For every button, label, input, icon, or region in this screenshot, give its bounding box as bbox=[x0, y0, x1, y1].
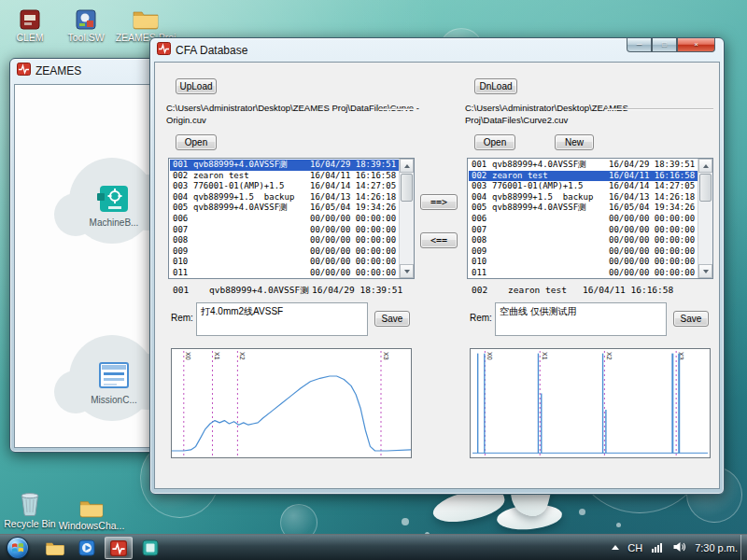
folder-icon bbox=[78, 494, 105, 518]
list-row[interactable]: 003776001-01(AMP)+1.516/04/14 14:27:05 bbox=[469, 181, 698, 192]
cfa-titlebar[interactable]: CFA Database bbox=[157, 42, 247, 59]
list-row[interactable]: 001qvb88999+4.0AVSSF测16/04/29 18:39:51 bbox=[170, 160, 399, 171]
desktop-icon-windowscha[interactable]: WindowsCha... bbox=[62, 494, 121, 531]
machine-node-icon[interactable] bbox=[97, 184, 131, 217]
clock[interactable]: 7:30 p.m. bbox=[695, 542, 738, 553]
row-datetime: 00/00/00 00:00:00 bbox=[609, 257, 698, 268]
desktop-icon-toolsw[interactable]: Tool.SW bbox=[56, 6, 116, 43]
list-row[interactable]: 002zearon test16/04/11 16:16:58 bbox=[469, 171, 698, 182]
scroll-down-icon bbox=[703, 270, 709, 273]
curve-chart-right: X0X1X2X3 bbox=[470, 348, 711, 458]
list-row[interactable]: 004qvb88999+1.5 backup16/04/13 14:26:18 bbox=[170, 192, 399, 203]
rem-input-left[interactable]: 打4.0mm2线AVSSF bbox=[196, 302, 368, 336]
scroll-down-button[interactable] bbox=[698, 264, 712, 278]
node-watermark bbox=[54, 193, 97, 236]
row-num: 009 bbox=[469, 246, 492, 258]
open-target-button[interactable]: Open bbox=[474, 134, 515, 150]
wallpaper-bubble bbox=[616, 523, 621, 527]
list-row[interactable]: 00700/00/00 00:00:00 bbox=[469, 225, 698, 236]
desktop-icon-recycle-bin[interactable]: Recycle Bin bbox=[0, 492, 60, 529]
upload-button[interactable]: UpLoad bbox=[176, 78, 217, 94]
scroll-track[interactable] bbox=[698, 203, 712, 264]
desktop-icon-clem[interactable]: CLEM bbox=[0, 6, 60, 43]
show-desktop-button[interactable] bbox=[740, 535, 747, 560]
list-row[interactable]: 00800/00/00 00:00:00 bbox=[469, 235, 698, 246]
target-path-label: C:\Users\Administrator\Desktop\ZEAMES Pr… bbox=[465, 103, 628, 126]
list-row[interactable]: 01100/00/00 00:00:00 bbox=[170, 268, 399, 277]
row-datetime: 00/00/00 00:00:00 bbox=[609, 225, 698, 236]
row-datetime: 00/00/00 00:00:00 bbox=[609, 246, 698, 258]
list-row[interactable]: 00600/00/00 00:00:00 bbox=[170, 214, 399, 225]
list-row[interactable]: 004qvb88999+1.5 backup16/04/13 14:26:18 bbox=[469, 192, 698, 203]
explorer-folder-icon bbox=[45, 539, 65, 556]
row-num: 010 bbox=[170, 257, 193, 268]
row-datetime: 00/00/00 00:00:00 bbox=[310, 246, 399, 258]
new-button[interactable]: New bbox=[555, 134, 594, 150]
list-row[interactable]: 002zearon test16/04/11 16:16:58 bbox=[170, 171, 399, 182]
copy-to-left-button[interactable]: <== bbox=[420, 232, 458, 248]
node-label[interactable]: MissionC... bbox=[69, 395, 159, 405]
wallpaper-bubble bbox=[579, 509, 585, 515]
node-label[interactable]: MachineB... bbox=[69, 217, 159, 228]
list-row[interactable]: 01000/00/00 00:00:00 bbox=[170, 257, 399, 268]
start-button[interactable] bbox=[7, 537, 29, 559]
row-num: 009 bbox=[170, 246, 193, 258]
row-name bbox=[193, 225, 310, 236]
scroll-down-button[interactable] bbox=[400, 264, 414, 278]
list-row[interactable]: 005qvb88999+4.0AVSSF测16/05/04 19:34:26 bbox=[469, 203, 698, 214]
minimize-button[interactable]: ─ bbox=[627, 38, 652, 52]
row-datetime: 16/04/29 18:39:51 bbox=[310, 160, 399, 171]
maximize-button[interactable]: □ bbox=[652, 38, 677, 52]
list-row[interactable]: 00800/00/00 00:00:00 bbox=[170, 235, 399, 246]
row-datetime: 16/04/13 14:26:18 bbox=[310, 192, 399, 203]
taskbar-media-app-button[interactable] bbox=[73, 537, 101, 559]
taskbar-explorer-button[interactable] bbox=[41, 537, 69, 559]
curve-list-right[interactable]: 001qvb88999+4.0AVSSF测16/04/29 18:39:5100… bbox=[467, 158, 713, 279]
list-row[interactable]: 005qvb88999+4.0AVSSF测16/05/04 19:34:26 bbox=[170, 203, 399, 214]
row-name bbox=[492, 257, 609, 268]
scroll-track[interactable] bbox=[400, 203, 414, 264]
list-row[interactable]: 00900/00/00 00:00:00 bbox=[469, 246, 698, 258]
close-button[interactable]: × bbox=[677, 38, 715, 52]
network-icon[interactable] bbox=[651, 541, 664, 554]
save-rem-right-button[interactable]: Save bbox=[673, 311, 709, 327]
recycle-bin-icon bbox=[20, 492, 40, 516]
scroll-up-button[interactable] bbox=[698, 159, 712, 173]
taskbar-zeames-button[interactable] bbox=[105, 537, 133, 559]
scroll-thumb[interactable] bbox=[401, 174, 413, 202]
row-name bbox=[492, 214, 609, 225]
row-name bbox=[193, 268, 310, 277]
list-row[interactable]: 003776001-01(AMP)+1.516/04/14 14:27:05 bbox=[170, 181, 399, 192]
copy-to-right-button[interactable]: ==> bbox=[420, 194, 458, 210]
list-row[interactable]: 00600/00/00 00:00:00 bbox=[469, 214, 698, 225]
mission-node-icon[interactable] bbox=[98, 361, 130, 393]
open-source-button[interactable]: Open bbox=[176, 134, 217, 150]
scroll-thumb[interactable] bbox=[699, 174, 712, 202]
rem-input-right[interactable]: 空曲线 仅供测试用 bbox=[495, 302, 667, 336]
summary-name: qvb88999+4.0AVSSF测 bbox=[209, 285, 312, 297]
zeames-titlebar[interactable]: ZEAMES bbox=[17, 63, 81, 79]
target-path-line2: Proj\DataFiles\Curve2.cuv bbox=[465, 115, 628, 127]
row-name: qvb88999+1.5 backup bbox=[193, 192, 310, 203]
folder-icon bbox=[132, 6, 160, 30]
row-name bbox=[193, 235, 310, 246]
list-row[interactable]: 00700/00/00 00:00:00 bbox=[170, 225, 399, 236]
tray-expand-button[interactable] bbox=[612, 545, 619, 550]
row-name: qvb88999+1.5 backup bbox=[492, 192, 609, 203]
node-watermark bbox=[54, 371, 97, 413]
list-row[interactable]: 01000/00/00 00:00:00 bbox=[469, 257, 698, 268]
volume-icon[interactable] bbox=[672, 541, 686, 554]
language-indicator[interactable]: CH bbox=[627, 542, 642, 553]
row-num: 008 bbox=[170, 235, 193, 246]
zeames-pulse-icon bbox=[110, 540, 127, 556]
curve-list-left[interactable]: 001qvb88999+4.0AVSSF测16/04/29 18:39:5100… bbox=[168, 158, 415, 279]
save-rem-left-button[interactable]: Save bbox=[374, 311, 410, 327]
list-row[interactable]: 00900/00/00 00:00:00 bbox=[170, 246, 399, 258]
taskbar-app-button[interactable] bbox=[136, 537, 164, 559]
list-row[interactable]: 01100/00/00 00:00:00 bbox=[469, 268, 698, 277]
list-row[interactable]: 001qvb88999+4.0AVSSF测16/04/29 18:39:51 bbox=[469, 160, 698, 171]
scroll-up-button[interactable] bbox=[400, 159, 414, 173]
svg-text:X2: X2 bbox=[239, 352, 246, 360]
dnload-button[interactable]: DnLoad bbox=[474, 78, 517, 94]
summary-num: 001 bbox=[173, 285, 209, 297]
